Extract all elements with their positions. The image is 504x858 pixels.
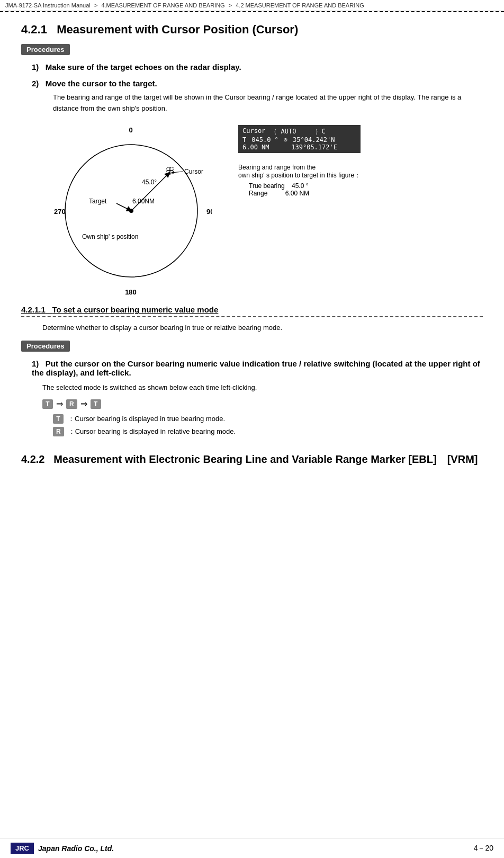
mode-t-desc-row: T ：Cursor bearing is displayed in true b… xyxy=(53,414,483,424)
cursor-lon: 139°05.172'E xyxy=(291,144,337,151)
svg-text:Own ship' s position: Own ship' s position xyxy=(82,233,138,240)
mode-t-description: ：Cursor bearing is displayed in true bea… xyxy=(68,414,225,424)
mode-switch-row: T ⇒ R ⇒ T xyxy=(42,399,483,409)
true-bearing-label: True bearing xyxy=(249,182,285,190)
step-3: 1) Put the cursor on the Cursor bearing … xyxy=(32,359,483,377)
mode-t-badge-2: T xyxy=(91,399,101,409)
page-number: 4－20 xyxy=(474,844,493,853)
main-content: 4.2.1 Measurement with Cursor Position (… xyxy=(0,12,504,482)
radar-svg: 0 90 180 270 Target 6.00NM xyxy=(53,125,212,300)
svg-text:270: 270 xyxy=(54,208,66,216)
diagram-area: 0 90 180 270 Target 6.00NM xyxy=(53,125,483,294)
procedures-badge-1: Procedures xyxy=(21,44,70,55)
section-421-title: 4.2.1 Measurement with Cursor Position (… xyxy=(21,23,483,37)
procedures-badge-2: Procedures xyxy=(21,341,70,352)
company-name: Japan Radio Co., Ltd. xyxy=(38,844,114,853)
cursor-label: Cursor xyxy=(242,127,265,136)
step-2-desc: The bearing and range of the target will… xyxy=(53,92,483,114)
step-3-number: 1) Put the cursor on the Cursor bearing … xyxy=(32,359,483,377)
svg-text:6.00NM: 6.00NM xyxy=(132,198,155,205)
range-row: Range 6.00 NM xyxy=(249,190,361,197)
mode-r-badge: R xyxy=(66,399,77,409)
breadcrumb-part3: 4.2 MEASUREMENT OF RANGE AND BEARING xyxy=(236,2,364,8)
svg-text:180: 180 xyxy=(125,288,137,296)
section-422-title: 4.2.2 Measurement with Electronic Bearin… xyxy=(21,452,483,467)
footer: JRC Japan Radio Co., Ltd. 4－20 xyxy=(0,838,504,858)
cursor-display-box: Cursor （ AUTO ）C T 045.0 ° ⊙ 35°04.242'N… xyxy=(238,125,361,153)
arrow-1: ⇒ xyxy=(56,399,63,409)
cursor-bearing-val: 045.0 ° xyxy=(251,136,278,144)
mode-t-label: T xyxy=(53,414,64,424)
true-bearing-value: 45.0 ° xyxy=(292,182,309,190)
breadcrumb-part1: JMA-9172-SA Instruction Manual xyxy=(5,2,91,8)
step-1: 1) Make sure of the target echoes on the… xyxy=(32,62,483,72)
mode-r-description: ：Cursor bearing is displayed in relative… xyxy=(68,427,236,436)
true-bearing-row: True bearing 45.0 ° xyxy=(249,182,361,190)
subsection-4211-desc: Determine whether to display a cursor be… xyxy=(42,323,483,334)
breadcrumb: JMA-9172-SA Instruction Manual > 4.MEASU… xyxy=(0,0,504,11)
bearing-info-header: Bearing and range from the xyxy=(238,164,361,171)
mode-switch-desc: The selected mode is switched as shown b… xyxy=(42,382,483,394)
cursor-box-row3: 6.00 NM 139°05.172'E xyxy=(242,144,356,151)
cursor-mode: （ AUTO ）C xyxy=(271,127,325,136)
svg-text:Target: Target xyxy=(89,198,107,205)
svg-text:45.0°: 45.0° xyxy=(142,178,157,186)
svg-text:0: 0 xyxy=(129,126,132,134)
bearing-info-header2: own ship' s position to target in this f… xyxy=(238,171,361,180)
step-2-number: 2) Move the cursor to the target. xyxy=(32,79,483,88)
mode-t-badge-1: T xyxy=(42,399,53,409)
cursor-box-row1: Cursor （ AUTO ）C xyxy=(242,127,356,136)
step-2: 2) Move the cursor to the target. The be… xyxy=(32,79,483,114)
cursor-range-val: 6.00 NM xyxy=(242,144,269,151)
breadcrumb-sep1: > xyxy=(94,2,97,8)
svg-line-8 xyxy=(116,203,131,211)
mode-r-desc-row: R ：Cursor bearing is displayed in relati… xyxy=(53,427,483,436)
svg-text:Cursor: Cursor xyxy=(184,168,203,175)
range-value: 6.00 NM xyxy=(285,190,309,197)
range-label: Range xyxy=(249,190,267,197)
cursor-icon: ⊙ xyxy=(284,136,287,144)
cursor-lat: 35°04.242'N xyxy=(293,136,335,144)
radar-info-right: Cursor （ AUTO ）C T 045.0 ° ⊙ 35°04.242'N… xyxy=(238,125,361,197)
breadcrumb-sep2: > xyxy=(229,2,232,8)
section-4211-title: 4.2.1.1 To set a cursor bearing numeric … xyxy=(21,305,483,317)
cursor-box-row2: T 045.0 ° ⊙ 35°04.242'N xyxy=(242,136,356,144)
svg-text:90: 90 xyxy=(206,208,212,216)
mode-r-label: R xyxy=(53,427,64,436)
arrow-2: ⇒ xyxy=(80,399,87,409)
cursor-t: T xyxy=(242,136,246,144)
radar-diagram: 0 90 180 270 Target 6.00NM xyxy=(53,125,222,294)
breadcrumb-part2: 4.MEASUREMENT OF RANGE AND BEARING xyxy=(101,2,224,8)
footer-logo: JRC Japan Radio Co., Ltd. xyxy=(11,843,114,854)
step-1-number: 1) Make sure of the target echoes on the… xyxy=(32,62,483,72)
jrc-badge: JRC xyxy=(11,843,34,854)
bearing-info: Bearing and range from the own ship' s p… xyxy=(238,164,361,197)
